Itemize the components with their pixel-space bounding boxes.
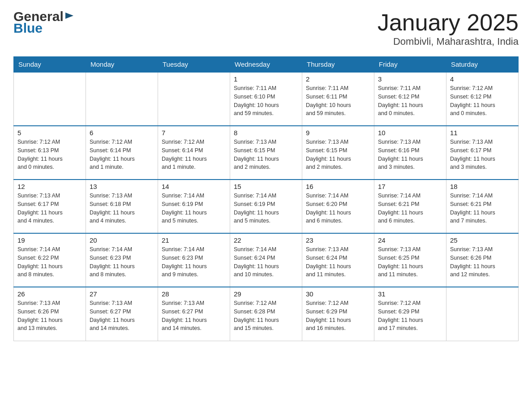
- day-number: 12: [17, 183, 82, 190]
- calendar-cell: 4Sunrise: 7:12 AM Sunset: 6:12 PM Daylig…: [446, 72, 519, 126]
- day-info: Sunrise: 7:13 AM Sunset: 6:17 PM Dayligh…: [17, 192, 82, 225]
- day-info: Sunrise: 7:13 AM Sunset: 6:26 PM Dayligh…: [17, 299, 82, 333]
- calendar-cell: 17Sunrise: 7:14 AM Sunset: 6:21 PM Dayli…: [374, 180, 446, 233]
- calendar-cell: 3Sunrise: 7:11 AM Sunset: 6:12 PM Daylig…: [374, 72, 446, 126]
- calendar-cell: 30Sunrise: 7:12 AM Sunset: 6:29 PM Dayli…: [302, 287, 374, 341]
- calendar-cell: 29Sunrise: 7:12 AM Sunset: 6:28 PM Dayli…: [230, 287, 302, 341]
- day-number: 6: [90, 129, 154, 137]
- day-info: Sunrise: 7:13 AM Sunset: 6:18 PM Dayligh…: [90, 192, 154, 225]
- calendar-cell: 5Sunrise: 7:12 AM Sunset: 6:13 PM Daylig…: [14, 126, 86, 180]
- day-info: Sunrise: 7:13 AM Sunset: 6:24 PM Dayligh…: [306, 245, 370, 279]
- day-number: 10: [378, 129, 442, 137]
- day-number: 14: [162, 183, 226, 190]
- day-info: Sunrise: 7:13 AM Sunset: 6:26 PM Dayligh…: [450, 245, 515, 279]
- weekday-header-sunday: Sunday: [14, 57, 86, 73]
- calendar-week-row: 12Sunrise: 7:13 AM Sunset: 6:17 PM Dayli…: [14, 180, 519, 233]
- day-number: 19: [17, 236, 82, 244]
- day-number: 18: [450, 183, 515, 190]
- day-info: Sunrise: 7:12 AM Sunset: 6:29 PM Dayligh…: [306, 299, 370, 333]
- calendar-cell: 18Sunrise: 7:14 AM Sunset: 6:21 PM Dayli…: [446, 180, 519, 233]
- calendar-week-row: 19Sunrise: 7:14 AM Sunset: 6:22 PM Dayli…: [14, 233, 519, 287]
- day-info: Sunrise: 7:14 AM Sunset: 6:21 PM Dayligh…: [450, 192, 515, 225]
- day-number: 21: [162, 236, 226, 244]
- calendar-cell: 8Sunrise: 7:13 AM Sunset: 6:15 PM Daylig…: [230, 126, 302, 180]
- day-info: Sunrise: 7:13 AM Sunset: 6:17 PM Dayligh…: [450, 138, 515, 171]
- day-info: Sunrise: 7:12 AM Sunset: 6:13 PM Dayligh…: [17, 138, 82, 171]
- weekday-header-thursday: Thursday: [302, 57, 374, 73]
- calendar-cell: 6Sunrise: 7:12 AM Sunset: 6:14 PM Daylig…: [86, 126, 158, 180]
- day-number: 30: [306, 290, 370, 298]
- weekday-header-row: SundayMondayTuesdayWednesdayThursdayFrid…: [14, 57, 519, 73]
- day-info: Sunrise: 7:14 AM Sunset: 6:19 PM Dayligh…: [162, 192, 226, 225]
- day-number: 5: [17, 129, 82, 137]
- calendar-cell: 20Sunrise: 7:14 AM Sunset: 6:23 PM Dayli…: [86, 233, 158, 287]
- calendar-cell: 23Sunrise: 7:13 AM Sunset: 6:24 PM Dayli…: [302, 233, 374, 287]
- day-number: 1: [234, 75, 298, 83]
- calendar-cell: 27Sunrise: 7:13 AM Sunset: 6:27 PM Dayli…: [86, 287, 158, 341]
- calendar-cell: 31Sunrise: 7:12 AM Sunset: 6:29 PM Dayli…: [374, 287, 446, 341]
- weekday-header-wednesday: Wednesday: [230, 57, 302, 73]
- day-number: 9: [306, 129, 370, 137]
- day-info: Sunrise: 7:13 AM Sunset: 6:25 PM Dayligh…: [378, 245, 442, 279]
- logo: General Blue: [13, 9, 74, 36]
- calendar-cell: 2Sunrise: 7:11 AM Sunset: 6:11 PM Daylig…: [302, 72, 374, 126]
- title-block: January 2025 Dombivli, Maharashtra, Indi…: [378, 9, 519, 47]
- day-number: 31: [378, 290, 442, 298]
- weekday-header-tuesday: Tuesday: [158, 57, 230, 73]
- logo-arrow-icon: [64, 11, 74, 21]
- day-number: 29: [234, 290, 298, 298]
- day-info: Sunrise: 7:11 AM Sunset: 6:11 PM Dayligh…: [306, 84, 370, 118]
- calendar-cell: [446, 287, 519, 341]
- day-number: 26: [17, 290, 82, 298]
- day-info: Sunrise: 7:11 AM Sunset: 6:12 PM Dayligh…: [378, 84, 442, 118]
- weekday-header-saturday: Saturday: [446, 57, 519, 73]
- calendar-cell: 12Sunrise: 7:13 AM Sunset: 6:17 PM Dayli…: [14, 180, 86, 233]
- calendar-cell: 14Sunrise: 7:14 AM Sunset: 6:19 PM Dayli…: [158, 180, 230, 233]
- calendar-week-row: 26Sunrise: 7:13 AM Sunset: 6:26 PM Dayli…: [14, 287, 519, 341]
- calendar-cell: 16Sunrise: 7:14 AM Sunset: 6:20 PM Dayli…: [302, 180, 374, 233]
- day-info: Sunrise: 7:14 AM Sunset: 6:22 PM Dayligh…: [17, 245, 82, 279]
- day-info: Sunrise: 7:13 AM Sunset: 6:27 PM Dayligh…: [90, 299, 154, 333]
- calendar-cell: 9Sunrise: 7:13 AM Sunset: 6:15 PM Daylig…: [302, 126, 374, 180]
- day-number: 8: [234, 129, 298, 137]
- day-number: 2: [306, 75, 370, 83]
- day-info: Sunrise: 7:12 AM Sunset: 6:12 PM Dayligh…: [450, 84, 515, 118]
- weekday-header-monday: Monday: [86, 57, 158, 73]
- day-info: Sunrise: 7:12 AM Sunset: 6:28 PM Dayligh…: [234, 299, 298, 333]
- calendar-cell: [14, 72, 86, 126]
- calendar-cell: 1Sunrise: 7:11 AM Sunset: 6:10 PM Daylig…: [230, 72, 302, 126]
- day-number: 7: [162, 129, 226, 137]
- day-number: 22: [234, 236, 298, 244]
- calendar-table: SundayMondayTuesdayWednesdayThursdayFrid…: [13, 56, 519, 341]
- calendar-cell: 21Sunrise: 7:14 AM Sunset: 6:23 PM Dayli…: [158, 233, 230, 287]
- day-info: Sunrise: 7:13 AM Sunset: 6:16 PM Dayligh…: [378, 138, 442, 171]
- calendar-week-row: 1Sunrise: 7:11 AM Sunset: 6:10 PM Daylig…: [14, 72, 519, 126]
- day-number: 15: [234, 183, 298, 190]
- day-number: 11: [450, 129, 515, 137]
- calendar-cell: 22Sunrise: 7:14 AM Sunset: 6:24 PM Dayli…: [230, 233, 302, 287]
- day-info: Sunrise: 7:11 AM Sunset: 6:10 PM Dayligh…: [234, 84, 298, 118]
- day-number: 27: [90, 290, 154, 298]
- day-info: Sunrise: 7:12 AM Sunset: 6:29 PM Dayligh…: [378, 299, 442, 333]
- calendar-cell: 25Sunrise: 7:13 AM Sunset: 6:26 PM Dayli…: [446, 233, 519, 287]
- calendar-cell: 10Sunrise: 7:13 AM Sunset: 6:16 PM Dayli…: [374, 126, 446, 180]
- logo-blue-text: Blue: [13, 21, 74, 36]
- calendar-cell: [158, 72, 230, 126]
- day-number: 28: [162, 290, 226, 298]
- day-info: Sunrise: 7:14 AM Sunset: 6:23 PM Dayligh…: [90, 245, 154, 279]
- weekday-header-friday: Friday: [374, 57, 446, 73]
- day-info: Sunrise: 7:14 AM Sunset: 6:19 PM Dayligh…: [234, 192, 298, 225]
- day-number: 13: [90, 183, 154, 190]
- calendar-cell: 7Sunrise: 7:12 AM Sunset: 6:14 PM Daylig…: [158, 126, 230, 180]
- day-info: Sunrise: 7:13 AM Sunset: 6:15 PM Dayligh…: [306, 138, 370, 171]
- day-info: Sunrise: 7:14 AM Sunset: 6:23 PM Dayligh…: [162, 245, 226, 279]
- calendar-week-row: 5Sunrise: 7:12 AM Sunset: 6:13 PM Daylig…: [14, 126, 519, 180]
- day-number: 3: [378, 75, 442, 83]
- day-info: Sunrise: 7:13 AM Sunset: 6:27 PM Dayligh…: [162, 299, 226, 333]
- day-number: 24: [378, 236, 442, 244]
- calendar-cell: 28Sunrise: 7:13 AM Sunset: 6:27 PM Dayli…: [158, 287, 230, 341]
- day-info: Sunrise: 7:12 AM Sunset: 6:14 PM Dayligh…: [162, 138, 226, 171]
- calendar-cell: 13Sunrise: 7:13 AM Sunset: 6:18 PM Dayli…: [86, 180, 158, 233]
- day-number: 25: [450, 236, 515, 244]
- day-info: Sunrise: 7:12 AM Sunset: 6:14 PM Dayligh…: [90, 138, 154, 171]
